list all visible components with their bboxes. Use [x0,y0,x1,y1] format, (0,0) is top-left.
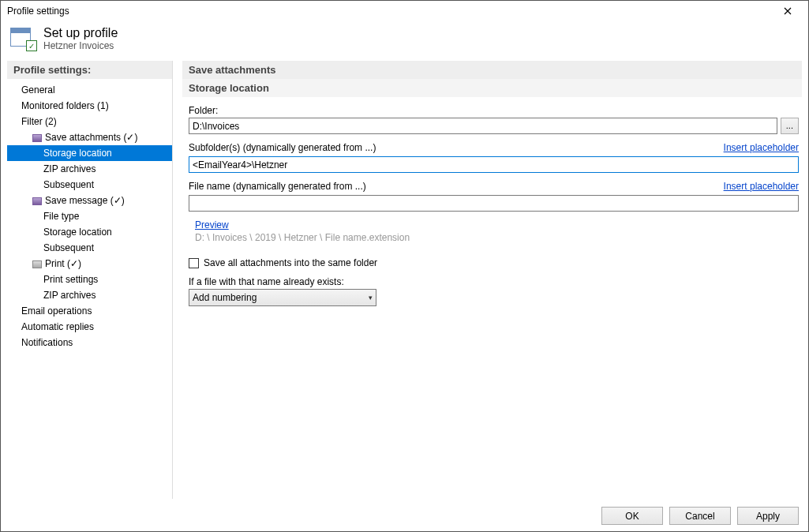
dialog-header: ✓ Set up profile Hetzner Invoices [1,21,808,61]
insert-placeholder-subfolder-link[interactable]: Insert placeholder [724,142,799,153]
nav-item-label: Filter (2) [21,116,57,127]
section-heading-save-attachments: Save attachments [182,61,802,79]
apply-button[interactable]: Apply [737,507,799,525]
preview-link[interactable]: Preview [195,219,229,230]
filename-label: File name (dynamically generated from ..… [189,181,366,192]
nav-item-label: Subsequent [43,242,94,253]
section-heading-storage-location: Storage location [182,79,802,97]
nav-item-label: Monitored folders (1) [21,100,109,111]
cancel-button[interactable]: Cancel [669,507,731,525]
browse-folder-button[interactable]: ... [781,118,799,134]
nav-item-2[interactable]: Filter (2) [7,114,172,129]
close-icon [784,7,792,15]
chevron-down-icon: ▾ [369,294,373,302]
filename-input[interactable] [189,195,799,212]
nav-item-3[interactable]: Save attachments (✓) [7,129,172,145]
sidebar: Profile settings: GeneralMonitored folde… [7,61,173,499]
nav-item-label: ZIP archives [43,163,96,174]
file-exists-select[interactable]: Add numbering ▾ [189,289,376,306]
nav-tree: GeneralMonitored folders (1)Filter (2)Sa… [7,79,172,350]
save-all-label: Save all attachments into the same folde… [204,257,377,268]
sidebar-header: Profile settings: [7,61,172,79]
main-panel: Save attachments Storage location Folder… [173,61,808,499]
nav-item-label: Automatic replies [21,321,94,332]
nav-item-label: ZIP archives [43,290,96,301]
folder-label: Folder: [189,105,799,116]
nav-item-12[interactable]: Print settings [7,272,172,287]
nav-item-9[interactable]: Storage location [7,224,172,240]
save-icon [32,134,42,142]
save-all-checkbox[interactable] [189,258,199,268]
nav-item-5[interactable]: ZIP archives [7,161,172,177]
dialog-footer: OK Cancel Apply [1,499,808,532]
nav-item-11[interactable]: Print (✓) [7,256,172,272]
nav-item-1[interactable]: Monitored folders (1) [7,98,172,114]
nav-item-8[interactable]: File type [7,208,172,224]
print-icon [32,260,42,268]
nav-item-label: File type [43,211,79,222]
nav-item-label: Notifications [21,337,73,348]
nav-item-13[interactable]: ZIP archives [7,287,172,303]
nav-item-6[interactable]: Subsequent [7,177,172,193]
nav-item-label: Print settings [43,274,98,285]
close-button[interactable] [773,1,802,21]
nav-item-label: Subsequent [43,179,94,190]
dialog-title: Set up profile [43,26,118,40]
folder-input[interactable] [189,118,777,134]
insert-placeholder-filename-link[interactable]: Insert placeholder [724,181,799,192]
titlebar: Profile settings [1,1,808,21]
subfolder-input[interactable] [189,156,799,173]
nav-item-label: Save attachments (✓) [45,132,137,143]
nav-item-7[interactable]: Save message (✓) [7,193,172,208]
nav-item-label: Storage location [43,227,112,238]
nav-item-15[interactable]: Automatic replies [7,319,172,335]
nav-item-label: Print (✓) [45,258,81,269]
subfolder-label: Subfolder(s) (dynamically generated from… [189,142,376,153]
profile-icon: ✓ [10,28,36,50]
nav-item-10[interactable]: Subsequent [7,240,172,256]
file-exists-label: If a file with that name already exists: [189,276,799,287]
nav-item-label: Storage location [43,148,112,159]
nav-item-16[interactable]: Notifications [7,335,172,350]
nav-item-0[interactable]: General [7,82,172,98]
nav-item-label: General [21,84,55,96]
file-exists-value: Add numbering [193,292,257,303]
nav-item-label: Email operations [21,305,92,317]
nav-item-label: Save message (✓) [45,195,125,206]
dialog-subtitle: Hetzner Invoices [43,40,118,51]
nav-item-4[interactable]: Storage location [7,145,172,161]
window-title: Profile settings [7,6,69,17]
save-icon [32,197,42,205]
ok-button[interactable]: OK [601,507,663,525]
preview-path: D: \ Invoices \ 2019 \ Hetzner \ File na… [195,232,799,243]
nav-item-14[interactable]: Email operations [7,303,172,319]
